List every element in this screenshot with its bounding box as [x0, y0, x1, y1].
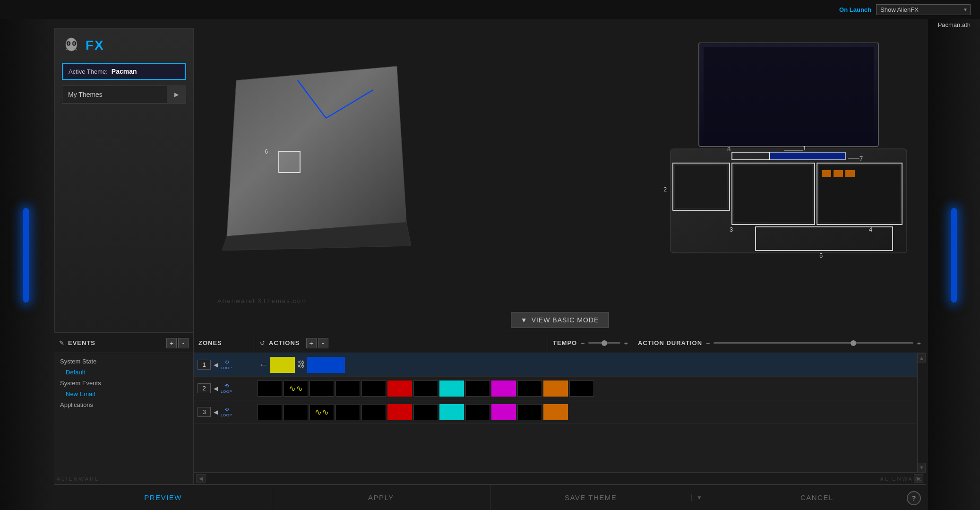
action-row[interactable]: 1 ◀ ⟲ LOOP ← ⛓: [194, 353, 926, 377]
color-cell[interactable]: [387, 404, 412, 420]
color-cell[interactable]: [387, 380, 412, 397]
color-cell[interactable]: [439, 404, 464, 420]
save-theme-button[interactable]: SAVE THEME ▼: [490, 485, 708, 510]
right-glow: [951, 208, 957, 303]
zones-title: ZONES: [198, 339, 222, 346]
tempo-minus[interactable]: −: [581, 339, 585, 347]
color-cell-wave[interactable]: ∿∿: [284, 380, 308, 397]
actions-section-header: ↺ ACTIONS + -: [255, 333, 548, 353]
color-cell[interactable]: [569, 380, 594, 397]
svg-rect-31: [819, 165, 900, 222]
actions-add-button[interactable]: +: [306, 338, 317, 348]
on-launch-select[interactable]: Show AlienFX Hide AlienFX Do Nothing: [876, 4, 971, 15]
color-cell[interactable]: [465, 404, 490, 420]
zone-3-loop: ⟲ LOOP: [221, 406, 232, 417]
action-duration-slider[interactable]: [714, 342, 913, 344]
alien-head-icon: [62, 36, 81, 55]
color-cell[interactable]: [491, 380, 516, 397]
color-cell[interactable]: [309, 380, 334, 397]
brand-bottom-left: ALIENWARE: [57, 476, 100, 482]
color-cell[interactable]: [258, 380, 282, 397]
actions-refresh-icon: ↺: [260, 339, 265, 346]
view-mode-label: VIEW BASIC MODE: [532, 316, 599, 324]
row-2-colors: ∿∿: [255, 380, 926, 397]
action-yellow-color[interactable]: [270, 357, 295, 373]
events-add-button[interactable]: +: [166, 338, 177, 348]
file-name: Pacman.ath: [938, 21, 971, 28]
preview-area: AlienwareFXThemes.com 6: [194, 28, 926, 333]
color-cell[interactable]: [543, 380, 568, 397]
color-cell[interactable]: [258, 404, 282, 420]
main-container: FX Active Theme: Pacman My Themes ▶ Alie…: [54, 28, 926, 510]
actions-remove-button[interactable]: -: [318, 338, 328, 348]
color-cell[interactable]: [284, 404, 308, 420]
color-cell[interactable]: [361, 404, 386, 420]
color-cell[interactable]: [413, 404, 438, 420]
scroll-up-button[interactable]: ▲: [918, 353, 926, 363]
action-blue-color[interactable]: [307, 357, 345, 373]
zone-2-loop: ⟲ LOOP: [221, 383, 232, 394]
zones-section-header: ZONES: [194, 333, 255, 353]
bottom-content: System State Default System Events New E…: [54, 353, 926, 484]
action-chain-icon: ⛓: [297, 360, 305, 370]
bottom-header: ✎ EVENTS + - ZONES ↺ ACTIONS + - TEMPO: [54, 333, 926, 353]
svg-text:6: 6: [265, 148, 268, 155]
color-cell[interactable]: [335, 404, 360, 420]
actions-title: ACTIONS: [269, 339, 300, 346]
cancel-button[interactable]: CANCEL: [708, 485, 926, 510]
active-theme-label: Active Theme:: [69, 68, 108, 75]
my-themes-label: My Themes: [62, 87, 167, 102]
save-theme-dropdown-arrow[interactable]: ▼: [691, 494, 708, 501]
action-row[interactable]: 2 ◀ ⟲ LOOP ∿∿: [194, 377, 926, 400]
color-cell[interactable]: [361, 380, 386, 397]
on-launch-select-wrapper[interactable]: Show AlienFX Hide AlienFX Do Nothing: [876, 4, 971, 15]
hscroll-left-button[interactable]: ◀: [196, 474, 206, 483]
action-row[interactable]: 3 ◀ ⟲ LOOP ∿∿: [194, 400, 926, 424]
horizontal-scrollbar[interactable]: ◀ ▶: [194, 472, 926, 484]
system-state-label: System State: [60, 357, 188, 366]
my-themes-row[interactable]: My Themes ▶: [62, 86, 186, 104]
right-decoration: [928, 0, 980, 510]
help-button[interactable]: ?: [907, 491, 921, 505]
active-theme-value: Pacman: [112, 68, 137, 75]
color-cell[interactable]: [413, 380, 438, 397]
color-cell[interactable]: [543, 404, 568, 420]
preview-button[interactable]: PREVIEW: [54, 485, 272, 510]
color-cell[interactable]: [439, 380, 464, 397]
event-default[interactable]: Default: [60, 368, 188, 377]
action-rows-container: 1 ◀ ⟲ LOOP ← ⛓: [194, 353, 926, 472]
action-duration-minus[interactable]: −: [706, 339, 710, 347]
color-cell[interactable]: [465, 380, 490, 397]
scroll-track: [918, 363, 926, 463]
laptop-closed-svg: 6: [222, 43, 411, 251]
applications-label: Applications: [60, 400, 188, 409]
color-cell[interactable]: [491, 404, 516, 420]
events-list: System State Default System Events New E…: [54, 353, 194, 484]
view-mode-icon: ▼: [521, 316, 528, 324]
svg-rect-14: [704, 47, 874, 142]
alien-logo: FX: [62, 36, 186, 55]
color-cell[interactable]: [335, 380, 360, 397]
apply-button[interactable]: APPLY: [272, 485, 490, 510]
action-duration-plus[interactable]: +: [917, 339, 921, 347]
scroll-down-button[interactable]: ▼: [918, 463, 926, 472]
svg-text:8: 8: [727, 146, 731, 153]
color-cell[interactable]: [517, 380, 542, 397]
events-section-header: ✎ EVENTS + -: [54, 333, 194, 353]
fx-label: FX: [86, 38, 104, 53]
svg-point-4: [73, 42, 75, 45]
tempo-plus[interactable]: +: [624, 339, 628, 347]
svg-marker-7: [227, 66, 406, 236]
view-basic-mode-button[interactable]: ▼ VIEW BASIC MODE: [511, 312, 609, 328]
color-cell[interactable]: [517, 404, 542, 420]
tempo-slider[interactable]: [588, 342, 620, 344]
bottom-panel: ✎ EVENTS + - ZONES ↺ ACTIONS + - TEMPO: [54, 333, 926, 484]
action-scrollbar[interactable]: ▲ ▼: [917, 353, 926, 472]
events-remove-button[interactable]: -: [178, 338, 189, 348]
event-new-email[interactable]: New Email: [60, 389, 188, 398]
my-themes-expand-button[interactable]: ▶: [167, 86, 186, 103]
color-cell-wave2[interactable]: ∿∿: [309, 404, 334, 420]
svg-text:3: 3: [730, 226, 733, 233]
tempo-section-header: TEMPO − +: [548, 333, 633, 353]
action-duration-title: ACTION DURATION: [638, 339, 702, 346]
